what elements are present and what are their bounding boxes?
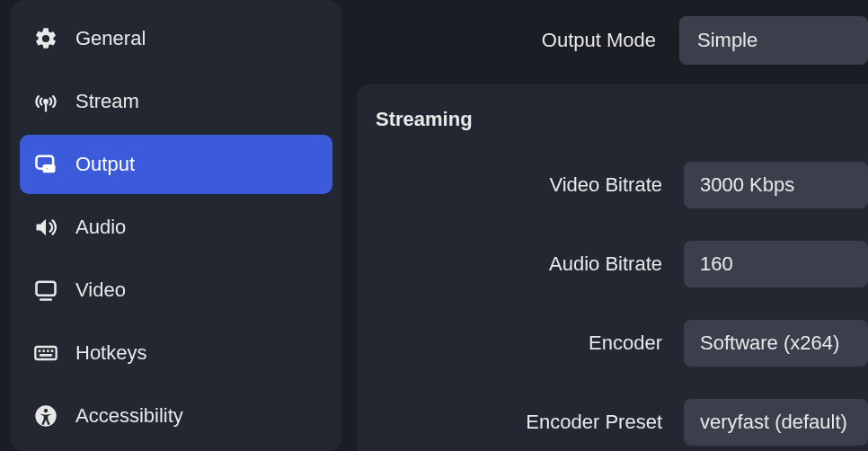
encoder-field[interactable]: Software (x264) — [684, 320, 868, 367]
svg-rect-6 — [35, 347, 56, 359]
sidebar-item-general[interactable]: General — [20, 9, 332, 68]
output-icon — [32, 151, 59, 178]
encoder-preset-field[interactable]: veryfast (default) — [684, 399, 868, 446]
sidebar-item-hotkeys[interactable]: Hotkeys — [20, 323, 332, 383]
audio-bitrate-label: Audio Bitrate — [376, 252, 662, 276]
audio-bitrate-row: Audio Bitrate 160 — [376, 241, 868, 287]
sidebar-item-audio[interactable]: Audio — [20, 198, 332, 257]
encoder-row: Encoder Software (x264) — [376, 320, 868, 367]
sidebar-item-label: Video — [75, 279, 126, 302]
keyboard-icon — [32, 340, 59, 367]
main-content: Output Mode Simple Streaming Video Bitra… — [352, 0, 868, 451]
video-bitrate-field[interactable]: 3000 Kbps — [684, 162, 868, 208]
sidebar-item-output[interactable]: Output — [20, 135, 332, 194]
svg-point-3 — [45, 167, 49, 171]
sidebar-item-label: Audio — [75, 216, 126, 239]
streaming-panel: Streaming Video Bitrate 3000 Kbps Audio … — [358, 84, 868, 451]
streaming-title: Streaming — [376, 108, 868, 131]
encoder-label: Encoder — [376, 332, 662, 355]
sidebar-item-label: Accessibility — [75, 404, 183, 428]
gear-icon — [32, 25, 59, 52]
sidebar-item-accessibility[interactable]: Accessibility — [20, 386, 332, 446]
sidebar-item-video[interactable]: Video — [20, 261, 332, 320]
speaker-icon — [32, 214, 59, 241]
encoder-preset-row: Encoder Preset veryfast (default) — [376, 399, 868, 446]
output-mode-label: Output Mode — [358, 29, 661, 52]
audio-bitrate-field[interactable]: 160 — [684, 241, 868, 287]
sidebar-item-stream[interactable]: Stream — [20, 72, 332, 131]
sidebar-item-label: Output — [75, 153, 135, 176]
svg-rect-4 — [37, 282, 56, 296]
encoder-preset-label: Encoder Preset — [376, 411, 662, 434]
output-mode-row: Output Mode Simple — [358, 0, 868, 84]
video-bitrate-row: Video Bitrate 3000 Kbps — [376, 162, 868, 208]
video-bitrate-label: Video Bitrate — [376, 173, 662, 197]
sidebar-item-label: Stream — [75, 90, 139, 113]
output-mode-select[interactable]: Simple — [679, 16, 868, 65]
monitor-icon — [32, 277, 59, 304]
sidebar-item-label: General — [75, 27, 146, 50]
antenna-icon — [32, 88, 59, 115]
settings-sidebar: General Stream Output Audio Video Hotkey… — [11, 0, 341, 451]
accessibility-icon — [32, 402, 59, 429]
sidebar-item-label: Hotkeys — [75, 341, 146, 365]
svg-point-13 — [44, 409, 48, 412]
